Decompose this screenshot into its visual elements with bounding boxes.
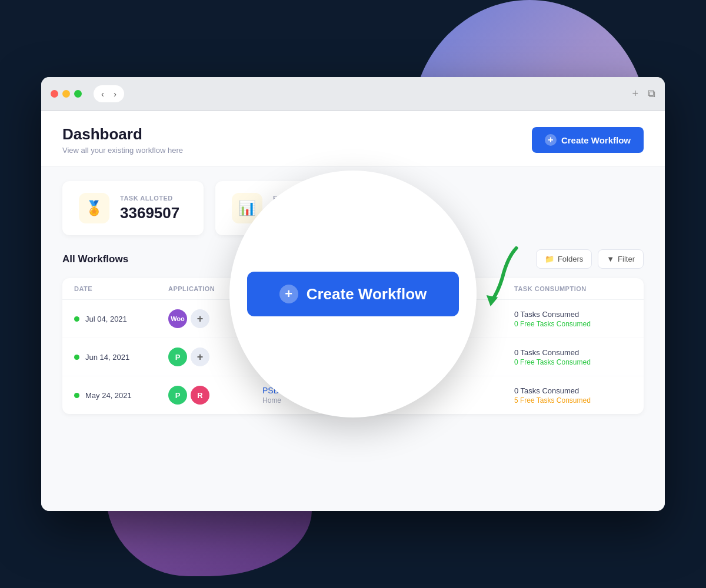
header-left: Dashboard View all your existing workflo…	[62, 125, 183, 155]
folders-label: Folders	[558, 255, 583, 263]
stat-icon-alloted: 🏅	[79, 193, 109, 223]
filter-button[interactable]: ▼ Filter	[598, 249, 644, 269]
plus-icon: +	[545, 134, 557, 146]
task-free-2: 0 Free Tasks Consumed	[514, 358, 632, 366]
task-main-1: 0 Tasks Consumed	[514, 310, 632, 319]
task-free-3: 5 Free Tasks Consumed	[514, 396, 632, 405]
task-main-3: 0 Tasks Consumed	[514, 386, 632, 395]
create-workflow-large-button[interactable]: + Create Workflow	[247, 272, 459, 316]
task-cell-2: 0 Tasks Consumed 0 Free Tasks Consumed	[514, 348, 632, 366]
app-icon-plus-1: +	[191, 309, 209, 328]
app-icon-p-3: P	[168, 386, 187, 405]
date-cell-1: Jul 04, 2021	[74, 315, 168, 323]
workflows-actions: 📁 Folders ▼ Filter	[536, 249, 644, 269]
browser-actions: + ⧉	[632, 88, 655, 100]
minimize-button[interactable]	[62, 90, 70, 98]
overlay-circle: + Create Workflow	[229, 171, 477, 417]
task-cell-3: 0 Tasks Consumed 5 Free Tasks Consumed	[514, 386, 632, 405]
duplicate-button[interactable]: ⧉	[648, 88, 655, 100]
new-tab-button[interactable]: +	[632, 88, 638, 100]
plus-circle-icon: +	[279, 285, 298, 303]
status-dot-2	[74, 355, 79, 360]
traffic-lights	[51, 90, 82, 98]
stat-label-alloted: TASK ALLOTED	[120, 195, 179, 202]
page-header: Dashboard View all your existing workflo…	[41, 111, 665, 167]
status-dot-3	[74, 393, 79, 398]
app-icon-woo-1: Woo	[168, 309, 187, 328]
date-cell-3: May 24, 2021	[74, 391, 168, 400]
date-value-3: May 24, 2021	[85, 391, 132, 400]
filter-icon: ▼	[607, 255, 614, 263]
stat-card-alloted: 🏅 TASK ALLOTED 3369507	[62, 181, 204, 235]
app-icon-plus-2: +	[191, 348, 209, 366]
date-value-1: Jul 04, 2021	[85, 315, 127, 323]
app-icons-3: P R	[168, 386, 262, 405]
date-cell-2: Jun 14, 2021	[74, 353, 168, 362]
back-button[interactable]: ‹	[98, 88, 107, 100]
filter-label: Filter	[618, 255, 635, 263]
folders-button[interactable]: 📁 Folders	[536, 249, 592, 269]
forward-button[interactable]: ›	[111, 88, 119, 100]
workflows-title: All Workflows	[62, 253, 128, 265]
page-subtitle: View all your existing workflow here	[62, 146, 183, 155]
status-dot-1	[74, 316, 79, 322]
page-title: Dashboard	[62, 125, 183, 143]
app-icon-p-2: P	[168, 348, 187, 366]
close-button[interactable]	[51, 90, 58, 98]
task-main-2: 0 Tasks Consumed	[514, 348, 632, 357]
stat-value-alloted: 3369507	[120, 204, 179, 222]
folder-icon: 📁	[545, 255, 554, 263]
header-date: DATE	[74, 285, 168, 292]
date-value-2: Jun 14, 2021	[85, 353, 129, 362]
task-free-1: 0 Free Tasks Consumed	[514, 320, 632, 328]
create-workflow-label: Create Workflow	[561, 135, 631, 145]
maximize-button[interactable]	[74, 90, 82, 98]
overlay-create-workflow-label: Create Workflow	[307, 285, 427, 303]
nav-buttons: ‹ ›	[94, 85, 124, 102]
stat-info-alloted: TASK ALLOTED 3369507	[120, 195, 179, 222]
browser-chrome: ‹ › + ⧉	[41, 77, 665, 111]
create-workflow-button[interactable]: + Create Workflow	[532, 127, 644, 153]
task-cell-1: 0 Tasks Consumed 0 Free Tasks Consumed	[514, 310, 632, 328]
app-icon-r-3: R	[191, 386, 209, 405]
